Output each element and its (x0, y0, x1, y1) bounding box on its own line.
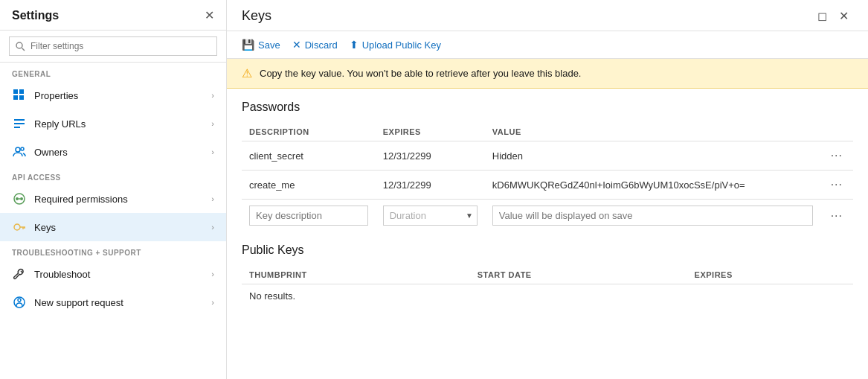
chevron-right-icon: › (211, 223, 214, 232)
thumbprint-column-header: THUMBPRINT (242, 266, 470, 284)
svg-rect-2 (13, 95, 18, 100)
window-controls: ◻ ✕ (813, 7, 853, 25)
svg-point-10 (16, 197, 19, 200)
sidebar-item-reply-urls-label: Reply URLs (34, 118, 211, 130)
row2-value: kD6MWUKQReGdZ40nl+IoimG6bWyUM10xocSsE/pi… (485, 171, 820, 200)
passwords-section-title: Passwords (242, 101, 853, 114)
duration-select[interactable]: Duration 1 year 2 years Never expires (383, 206, 478, 226)
upload-label: Upload Public Key (362, 39, 441, 51)
key-icon (12, 220, 27, 235)
sidebar-search (0, 31, 226, 63)
value-column-header: VALUE (485, 123, 820, 141)
no-results-text: No results. (242, 284, 853, 308)
sidebar-item-properties-label: Properties (34, 90, 211, 101)
upload-public-key-button[interactable]: ⬆ Upload Public Key (350, 39, 441, 51)
warning-text: Copy the key value. You won't be able to… (260, 68, 581, 79)
sidebar: Settings ✕ General Properties › Reply UR… (0, 0, 227, 379)
support-icon (12, 295, 27, 310)
restore-button[interactable]: ◻ (813, 7, 832, 25)
chevron-right-icon: › (211, 298, 214, 307)
chevron-right-icon: › (211, 270, 214, 278)
save-button[interactable]: 💾 Save (242, 39, 280, 51)
sidebar-item-new-support-request[interactable]: New support request › (0, 288, 226, 316)
expires-column-header: EXPIRES (376, 123, 485, 141)
key-description-input[interactable] (249, 206, 368, 226)
save-label: Save (258, 39, 280, 51)
public-keys-section: Public Keys THUMBPRINT START DATE EXPIRE… (242, 243, 853, 308)
toolbar: 💾 Save ✕ Discard ⬆ Upload Public Key (227, 31, 868, 59)
discard-icon: ✕ (292, 39, 301, 51)
wrench-icon (12, 267, 27, 281)
row1-ellipsis-button[interactable]: ··· (828, 147, 846, 164)
public-expires-column-header: EXPIRES (687, 266, 853, 284)
sidebar-item-new-support-request-label: New support request (34, 297, 211, 308)
sidebar-title: Settings (12, 9, 59, 22)
new-row-ellipsis-button[interactable]: ··· (828, 208, 846, 224)
sidebar-section-general: General (0, 63, 226, 81)
lines-icon (12, 116, 27, 131)
new-duration-cell: Duration 1 year 2 years Never expires ▼ (376, 200, 485, 232)
svg-point-7 (16, 147, 20, 152)
sidebar-header: Settings ✕ (0, 0, 226, 31)
main-content: Passwords DESCRIPTION EXPIRES VALUE clie… (227, 89, 868, 379)
sidebar-item-reply-urls[interactable]: Reply URLs › (0, 109, 226, 138)
row2-ellipsis-button[interactable]: ··· (828, 176, 846, 193)
sidebar-item-keys[interactable]: Keys › (0, 213, 226, 241)
upload-icon: ⬆ (350, 39, 359, 51)
duration-select-wrap: Duration 1 year 2 years Never expires ▼ (383, 206, 478, 226)
svg-rect-3 (19, 95, 24, 100)
close-main-button[interactable]: ✕ (835, 7, 853, 25)
main-panel: Keys ◻ ✕ 💾 Save ✕ Discard ⬆ Upload Publi… (227, 0, 868, 379)
grid-icon (12, 88, 27, 103)
new-value-cell (485, 200, 820, 232)
row1-action: ··· (820, 141, 853, 171)
chevron-right-icon: › (211, 194, 214, 203)
svg-rect-1 (19, 89, 24, 94)
sidebar-item-properties[interactable]: Properties › (0, 81, 226, 109)
warning-banner: ⚠ Copy the key value. You won't be able … (227, 59, 868, 89)
filter-settings-input[interactable] (9, 36, 217, 56)
row2-description: create_me (242, 171, 376, 200)
row1-value: Hidden (485, 141, 820, 171)
sidebar-item-troubleshoot[interactable]: Troubleshoot › (0, 260, 226, 288)
sidebar-item-keys-label: Keys (34, 222, 211, 233)
people-icon (12, 144, 27, 159)
new-row-action: ··· (820, 200, 853, 232)
sidebar-item-required-permissions-label: Required permissions (34, 194, 211, 205)
discard-button[interactable]: ✕ Discard (292, 39, 338, 51)
chevron-right-icon: › (211, 91, 214, 100)
table-row: create_me 12/31/2299 kD6MWUKQReGdZ40nl+I… (242, 171, 853, 200)
sidebar-item-troubleshoot-label: Troubleshoot (34, 269, 211, 280)
warning-icon: ⚠ (242, 66, 252, 80)
svg-point-13 (14, 224, 20, 230)
table-row: client_secret 12/31/2299 Hidden ··· (242, 141, 853, 171)
row1-expires: 12/31/2299 (376, 141, 485, 171)
main-header: Keys ◻ ✕ (227, 0, 868, 31)
row1-description: client_secret (242, 141, 376, 171)
action-column-header (820, 123, 853, 141)
save-icon: 💾 (242, 39, 254, 51)
chevron-right-icon: › (211, 119, 214, 128)
svg-point-8 (21, 147, 24, 150)
page-title: Keys (242, 8, 271, 24)
svg-point-19 (18, 299, 21, 302)
sidebar-item-owners-label: Owners (34, 147, 211, 158)
no-results-row: No results. (242, 284, 853, 308)
svg-point-11 (20, 197, 23, 200)
row2-expires: 12/31/2299 (376, 171, 485, 200)
description-column-header: DESCRIPTION (242, 123, 376, 141)
chevron-right-icon: › (211, 147, 214, 156)
discard-label: Discard (305, 39, 338, 51)
svg-rect-0 (13, 89, 18, 94)
table-header-row: DESCRIPTION EXPIRES VALUE (242, 123, 853, 141)
sidebar-close-button[interactable]: ✕ (205, 10, 214, 22)
public-keys-section-title: Public Keys (242, 243, 853, 257)
public-keys-header-row: THUMBPRINT START DATE EXPIRES (242, 266, 853, 284)
sidebar-section-api-access: API Access (0, 166, 226, 185)
start-date-column-header: START DATE (470, 266, 687, 284)
sidebar-item-owners[interactable]: Owners › (0, 138, 226, 166)
svg-line-17 (21, 271, 22, 273)
sidebar-item-required-permissions[interactable]: Required permissions › (0, 185, 226, 213)
new-description-cell (242, 200, 376, 232)
value-display-input[interactable] (492, 206, 813, 226)
